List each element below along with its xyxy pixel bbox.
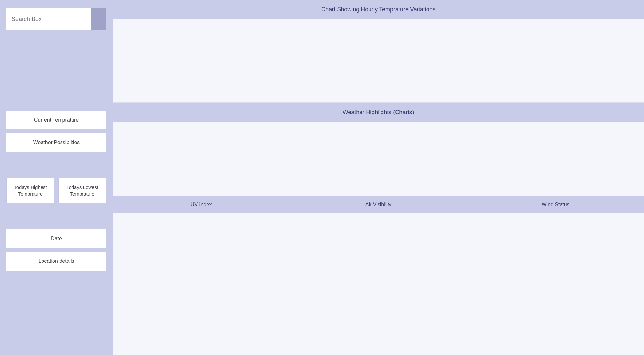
chart-title: Chart Showing Hourly Temprature Variatio… bbox=[113, 0, 644, 19]
weather-possibilities-button[interactable]: Weather Possiblities bbox=[6, 133, 106, 152]
uv-index-panel: UV Index bbox=[113, 196, 290, 355]
search-button[interactable] bbox=[91, 8, 106, 30]
search-container bbox=[6, 8, 106, 30]
location-button[interactable]: Location details bbox=[6, 252, 106, 271]
info-buttons: Date Location details bbox=[6, 229, 106, 271]
air-visibility-body bbox=[290, 213, 467, 355]
lowest-temp-button[interactable]: Todays LowestTemprature bbox=[58, 178, 106, 203]
nav-buttons: Current Temprature Weather Possiblities bbox=[6, 111, 106, 152]
uv-index-body bbox=[113, 213, 290, 355]
main-content: Chart Showing Hourly Temprature Variatio… bbox=[113, 0, 644, 355]
uv-index-header: UV Index bbox=[113, 196, 290, 213]
wind-status-header: Wind Status bbox=[467, 196, 644, 213]
highlights-section: Weather Highlights (Charts) bbox=[113, 103, 644, 196]
hourly-chart-section: Chart Showing Hourly Temprature Variatio… bbox=[113, 0, 644, 103]
highlights-title: Weather Highlights (Charts) bbox=[113, 103, 644, 122]
current-temperature-button[interactable]: Current Temprature bbox=[6, 111, 106, 129]
chart-area bbox=[113, 19, 644, 103]
bottom-panels: UV Index Air Visibility Wind Status bbox=[113, 196, 644, 355]
highlights-area bbox=[113, 122, 644, 196]
wind-status-panel: Wind Status bbox=[467, 196, 644, 355]
air-visibility-panel: Air Visibility bbox=[290, 196, 467, 355]
sidebar: Current Temprature Weather Possiblities … bbox=[0, 0, 113, 355]
highest-temp-button[interactable]: Todays HighestTemprature bbox=[6, 178, 54, 203]
wind-status-body bbox=[467, 213, 644, 355]
date-button[interactable]: Date bbox=[6, 229, 106, 248]
temp-cards: Todays HighestTemprature Todays LowestTe… bbox=[6, 178, 106, 203]
search-input[interactable] bbox=[6, 8, 91, 30]
air-visibility-header: Air Visibility bbox=[290, 196, 467, 213]
